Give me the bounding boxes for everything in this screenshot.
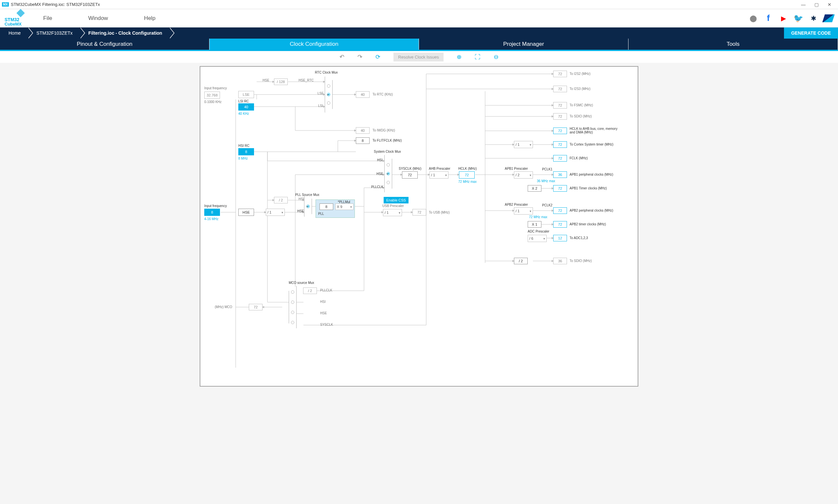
rtc-hse-div[interactable]: / 128 [274, 78, 288, 85]
out-fclk-val: 72 [553, 155, 567, 162]
undo-icon[interactable]: ↶ [339, 53, 344, 60]
sysclk-label: SYSCLK (MHz) [399, 167, 421, 170]
out-apb1per-lbl: APB1 peripheral clocks (MHz) [570, 173, 613, 176]
hsi-value[interactable]: 8 [238, 148, 254, 155]
close-button[interactable]: ✕ [823, 2, 836, 7]
out-adc-val: 12 [553, 235, 567, 241]
maximize-button[interactable]: ▢ [810, 2, 823, 7]
apb2-label: APB2 Prescaler [505, 203, 528, 206]
rtc-lsi-label: LSI [318, 104, 323, 108]
out-sdio2-val: 36 [553, 258, 567, 264]
pll-mul-select[interactable]: X 9 [335, 203, 353, 210]
out-hclkbus-val: 72 [553, 128, 567, 134]
out-apb1tim-val: 72 [553, 185, 567, 192]
breadcrumb-home[interactable]: Home [0, 28, 28, 39]
sysmux-pllclk: PLLCLK [371, 185, 383, 189]
apb1-prescaler[interactable]: / 2 [514, 172, 533, 179]
out-apb2per-val: 72 [553, 208, 567, 214]
mco-div2: / 2 [303, 287, 317, 294]
hclk-label: HCLK (MHz) [458, 167, 477, 170]
usb-prescaler[interactable]: / 1 [383, 209, 402, 216]
sysmux-hsi: HSI [377, 158, 383, 162]
lsi-value[interactable]: 40 [238, 103, 254, 110]
system-clock-mux[interactable] [384, 155, 392, 192]
community-icon[interactable]: ✱ [808, 13, 818, 23]
tab-clock[interactable]: Clock Configuration [209, 39, 419, 50]
out-apb1per-val: 36 [553, 172, 567, 178]
lsi-unit: 40 KHz [238, 112, 249, 115]
adc-prescaler[interactable]: / 6 [528, 235, 547, 242]
ahb-prescaler[interactable]: / 1 [430, 172, 449, 179]
anniversary-icon[interactable]: ⬤ [748, 13, 758, 23]
pll-src-hse: HSE [297, 209, 304, 213]
mco-out-value: 72 [249, 304, 263, 310]
mco-hsi: HSI [320, 300, 326, 304]
mco-title: MCO source Mux [289, 281, 314, 285]
hse-input-value[interactable]: 8 [204, 209, 220, 216]
menu-window[interactable]: Window [88, 15, 108, 22]
lse-input-label: Input frequency [204, 86, 227, 90]
rtc-hse-label: HSE [263, 78, 269, 82]
lse-block[interactable]: LSE [238, 91, 254, 98]
out-fsmc-lbl: To FSMC (MHz) [570, 103, 593, 107]
rtc-out-label: To RTC (KHz) [372, 93, 393, 96]
breadcrumb-chip[interactable]: STM32F103ZETx [28, 28, 80, 39]
apb1-note: 36 MHz max [537, 179, 555, 183]
mco-hse: HSE [320, 311, 327, 315]
out-cortex-lbl: To Cortex System timer (MHz) [570, 143, 613, 146]
sysmux-hse: HSE [377, 172, 383, 176]
refresh-icon[interactable]: ⟳ [376, 53, 380, 60]
tab-pinout[interactable]: Pinout & Configuration [0, 39, 209, 50]
lse-input-value[interactable]: 32.768 [204, 92, 220, 99]
menu-file[interactable]: File [43, 15, 52, 22]
out-apb2per-lbl: APB2 peripheral clocks (MHz) [570, 209, 613, 212]
hclk-note: 72 MHz max [458, 180, 477, 183]
redo-icon[interactable]: ↷ [357, 53, 362, 60]
rtc-mux[interactable] [325, 76, 333, 112]
tab-tools[interactable]: Tools [629, 39, 838, 50]
out-sdio-lbl: To SDIO (MHz) [570, 114, 592, 118]
rtc-lse-label: LSE [317, 92, 324, 95]
youtube-icon[interactable]: ▶ [779, 13, 788, 23]
breadcrumb-current[interactable]: Filtering.ioc - Clock Configuration [80, 28, 170, 39]
mco-pllclk: PLLCLK [320, 288, 332, 292]
tab-project[interactable]: Project Manager [419, 39, 629, 50]
generate-code-button[interactable]: GENERATE CODE [784, 28, 838, 39]
hse-block[interactable]: HSE [238, 209, 254, 216]
out-i2s3-val: 72 [553, 86, 567, 92]
pclk2-label: PCLK2 [542, 203, 553, 207]
tab-bar: Pinout & Configuration Clock Configurati… [0, 39, 838, 50]
out-i2s3-lbl: To I2S3 (MHz) [570, 87, 591, 91]
pll-in-value: 8 [319, 203, 333, 210]
apb2-prescaler[interactable]: / 1 [514, 208, 533, 215]
ahb-label: AHB Prescaler [429, 167, 450, 170]
pll-source-mux[interactable] [304, 196, 312, 217]
mco-mux[interactable] [289, 286, 297, 328]
flitf-label: To FLITFCLK (MHz) [372, 139, 402, 142]
hsi-label: HSI RC [238, 144, 249, 147]
st-logo[interactable] [824, 13, 834, 23]
apb1-x2: X 2 [528, 185, 541, 192]
twitter-icon[interactable]: 🐦 [793, 13, 803, 23]
cortex-div[interactable]: / 1 [514, 141, 533, 148]
iwdg-value: 40 [356, 127, 370, 134]
minimize-button[interactable]: — [797, 2, 810, 7]
out-fsmc-val: 72 [553, 102, 567, 109]
usb-title: USB Prescaler [382, 204, 404, 208]
menu-help[interactable]: Help [144, 15, 156, 22]
zoom-fit-icon[interactable]: ⛶ [475, 54, 481, 60]
enable-css-button[interactable]: Enable CSS [384, 197, 408, 203]
window-title: STM32CubeMX Filtering.ioc: STM32F103ZETx [11, 2, 100, 7]
zoom-in-icon[interactable]: ⊕ [457, 53, 461, 60]
zoom-out-icon[interactable]: ⊖ [494, 53, 499, 60]
mx-badge: MX [2, 2, 9, 6]
hse-prescaler[interactable]: / 1 [266, 209, 285, 216]
usb-out-label: To USB (MHz) [429, 211, 450, 214]
out-adc-lbl: To ADC1,2,3 [570, 236, 588, 240]
clock-diagram[interactable]: Input frequency 32.768 0-1000 KHz LSE LS… [200, 66, 638, 386]
sdio-div: / 2 [514, 258, 528, 264]
facebook-icon[interactable]: f [763, 13, 773, 23]
hclk-value[interactable]: 72 [459, 172, 475, 179]
rtc-mux-title: RTC Clock Mux [315, 71, 338, 74]
resolve-clock-button[interactable]: Resolve Clock Issues [394, 53, 443, 61]
